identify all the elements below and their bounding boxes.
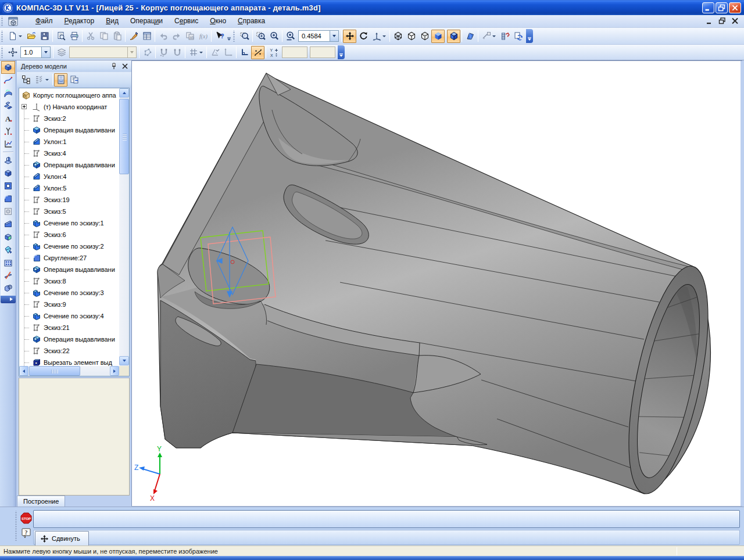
zoom-scale-dropdown[interactable] xyxy=(330,30,339,42)
axes-lock-button[interactable] xyxy=(221,46,235,59)
current-layer-combo[interactable] xyxy=(69,46,137,58)
ortho-drawing-button[interactable] xyxy=(238,46,251,59)
extrude-operation-button[interactable] xyxy=(1,154,15,167)
menu-операции[interactable]: Операции xyxy=(124,15,169,27)
vertical-scroll-thumb[interactable] xyxy=(119,99,129,174)
redo-button[interactable] xyxy=(170,30,183,43)
tree-item[interactable]: Эскиз:9 xyxy=(19,299,119,310)
properties-button[interactable] xyxy=(140,30,153,43)
perspective-button[interactable] xyxy=(463,30,477,43)
mirror-operation-button[interactable] xyxy=(1,269,15,282)
layer-states-button[interactable] xyxy=(55,46,68,59)
section-operation-button[interactable] xyxy=(1,243,15,256)
tree-item[interactable]: Эскиз:2 xyxy=(19,113,119,124)
minimize-button[interactable] xyxy=(702,2,714,13)
angle-lock-button[interactable] xyxy=(208,46,221,59)
tree-item[interactable]: Операция выдавливани xyxy=(19,124,119,136)
horizontal-scroll-thumb[interactable] xyxy=(29,366,80,376)
grid-button[interactable] xyxy=(187,46,205,59)
snap-setup-button[interactable] xyxy=(157,46,170,59)
restore-button[interactable] xyxy=(716,2,728,13)
tree-item[interactable]: Операция выдавливани xyxy=(19,264,119,275)
toolbar-overflow-button[interactable] xyxy=(526,29,533,43)
tree-item[interactable]: Сечение по эскизу:3 xyxy=(19,287,119,299)
tree-item[interactable]: Вырезать элемент выд xyxy=(19,357,119,366)
viewport-3d[interactable]: Y Z X xyxy=(131,60,742,506)
array-operation-button[interactable] xyxy=(1,256,15,269)
menu-справка[interactable]: Справка xyxy=(232,15,271,27)
coord-y-field[interactable] xyxy=(282,46,307,58)
mdi-close-button[interactable] xyxy=(731,16,739,25)
local-cs-button[interactable] xyxy=(141,46,154,59)
edit-part-button[interactable] xyxy=(1,61,15,74)
wireframe-button[interactable] xyxy=(391,30,405,43)
rebuild-button[interactable] xyxy=(498,30,512,43)
help-button[interactable]: ? xyxy=(20,527,33,540)
op-disabled-1-button[interactable] xyxy=(1,205,15,218)
tree-item[interactable]: Уклон:4 xyxy=(19,171,119,182)
document-icon[interactable] xyxy=(8,17,18,26)
close-button[interactable] xyxy=(729,2,741,13)
hidden-lines-removed-button[interactable] xyxy=(405,30,418,43)
propbar-gripper[interactable] xyxy=(15,511,18,541)
print-button[interactable] xyxy=(67,30,81,43)
copy-properties-button[interactable] xyxy=(127,30,140,43)
scroll-right-button[interactable] xyxy=(110,366,119,376)
measurements-button[interactable] xyxy=(1,138,15,150)
step-value-dropdown[interactable] xyxy=(41,46,51,58)
cut-button[interactable] xyxy=(84,30,97,43)
pan-button[interactable] xyxy=(343,30,356,43)
snap-button[interactable] xyxy=(170,46,184,59)
current-layer-value[interactable] xyxy=(69,46,127,58)
tree-item[interactable]: Эскиз:5 xyxy=(19,206,119,217)
draft-operation-button[interactable] xyxy=(1,218,15,231)
composition-button[interactable] xyxy=(54,73,67,87)
shaded-button[interactable] xyxy=(431,30,445,43)
tree-structure-button[interactable] xyxy=(19,73,33,87)
functions-button[interactable]: f(x) xyxy=(196,30,210,43)
simplified-display-button[interactable] xyxy=(480,30,498,43)
tree-item[interactable]: Эскиз:4 xyxy=(19,148,119,159)
tree-item[interactable]: Сечение по эскизу:1 xyxy=(19,217,119,229)
save-button[interactable] xyxy=(38,30,51,43)
tab-construction[interactable]: Построение xyxy=(17,496,65,507)
toolbar-overflow-button[interactable] xyxy=(338,45,345,59)
toolbar-gripper[interactable] xyxy=(233,30,236,42)
close-icon[interactable] xyxy=(120,62,130,71)
fillet-operation-button[interactable] xyxy=(1,192,15,205)
scroll-down-button[interactable] xyxy=(119,356,129,365)
interrupt-button[interactable]: STOP xyxy=(19,511,33,525)
step-value-combo[interactable]: 1.0 xyxy=(20,46,51,58)
mdi-minimize-button[interactable] xyxy=(705,16,714,25)
shaded-wireframe-button[interactable] xyxy=(447,30,460,43)
compact-panel-handle[interactable] xyxy=(1,296,16,303)
model-tree[interactable]: Корпус поглощающего аппа(т) Начало коорд… xyxy=(19,88,130,376)
surfaces-button[interactable] xyxy=(1,87,15,99)
revolve-operation-button[interactable] xyxy=(1,167,15,180)
menubar-gripper[interactable] xyxy=(1,16,4,26)
step-value-value[interactable]: 1.0 xyxy=(20,46,41,58)
tree-item[interactable]: Эскиз:22 xyxy=(19,345,119,357)
hidden-lines-thin-button[interactable] xyxy=(418,30,431,43)
tree-item[interactable]: Эскиз:19 xyxy=(19,194,119,206)
pin-icon[interactable] xyxy=(109,62,119,71)
menu-файл[interactable]: Файл xyxy=(30,15,59,27)
coordinates-button[interactable]: YX xyxy=(267,46,281,59)
additional-window-button[interactable] xyxy=(67,73,81,87)
tree-vertical-scrollbar[interactable] xyxy=(119,88,129,366)
zoom-near-far-button[interactable] xyxy=(254,30,267,43)
relations-button[interactable] xyxy=(33,73,51,87)
tree-item[interactable]: Эскиз:6 xyxy=(19,229,119,240)
tab-move[interactable]: Сдвинуть xyxy=(35,531,89,545)
tree-item[interactable]: Уклон:1 xyxy=(19,136,119,148)
tree-item[interactable]: Уклон:5 xyxy=(19,182,119,194)
scroll-left-button[interactable] xyxy=(19,366,28,376)
orientation-button[interactable] xyxy=(370,30,388,43)
paste-button[interactable] xyxy=(110,30,124,43)
cursor-step-button[interactable] xyxy=(6,46,19,59)
menu-вид[interactable]: Вид xyxy=(100,15,124,27)
zoom-scale-value[interactable]: 0.4584 xyxy=(298,30,330,42)
coord-x-field[interactable] xyxy=(310,46,335,58)
tree-item[interactable]: Сечение по эскизу:2 xyxy=(19,240,119,252)
context-help-button[interactable]: ? xyxy=(213,30,226,43)
